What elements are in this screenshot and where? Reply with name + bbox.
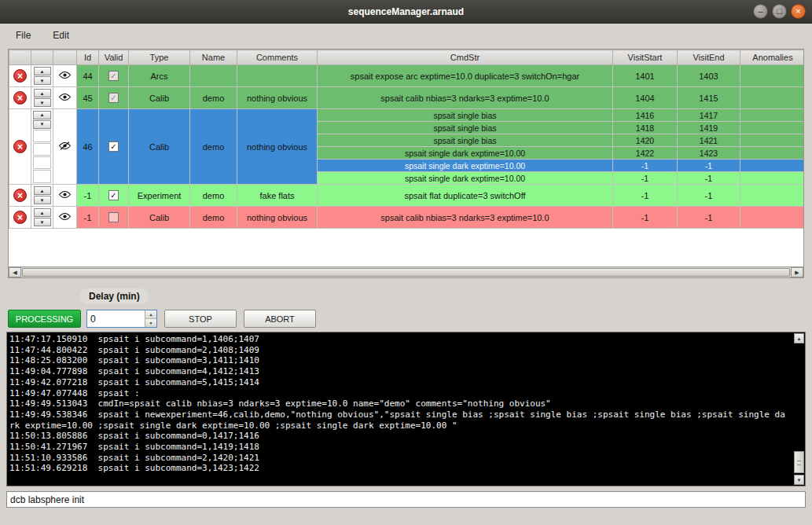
move-down-button[interactable]: ▼ (34, 76, 51, 85)
cell-anomalies (740, 147, 805, 160)
cell-visitend: 1417 (678, 109, 740, 122)
cell-name (190, 65, 237, 87)
cell-name: demo (190, 185, 237, 207)
cell-anomalies (740, 122, 805, 134)
cell-visitstart: 1420 (613, 134, 678, 147)
up-arrow-icon: ▲ (149, 312, 153, 317)
cell-cmdstr: spsait single dark exptime=10.00 (318, 160, 613, 172)
cell-visitend: 1423 (678, 147, 740, 160)
processing-button[interactable]: PROCESSING (8, 310, 81, 328)
delete-icon: × (17, 72, 23, 81)
move-down-button[interactable]: ▼ (33, 120, 51, 129)
cell-cmdstr: spsait single bias (318, 134, 613, 147)
cell-cmdstr: spsait expose arc exptime=10.0 duplicate… (318, 65, 613, 87)
horizontal-scrollbar[interactable]: ◀ ▶ (9, 266, 803, 277)
delete-row-button[interactable]: × (13, 91, 27, 105)
spin-down-button[interactable]: ▼ (145, 319, 156, 327)
cell-cmdstr: spsait single dark exptime=10.00 (318, 147, 613, 160)
move-up-button[interactable]: ▲ (34, 208, 51, 217)
down-arrow-icon: ▼ (40, 220, 45, 225)
move-up-button[interactable]: ▲ (34, 67, 51, 75)
delete-row-button[interactable]: × (13, 211, 27, 224)
cell-visitstart: 1418 (613, 122, 678, 134)
cell-cmdstr: spsait single dark exptime=10.00 (318, 172, 613, 185)
horizontal-scrollbar-thumb[interactable] (22, 268, 790, 277)
move-down-button[interactable]: ▼ (34, 218, 51, 226)
scroll-right-button[interactable]: ▶ (791, 267, 803, 277)
console-scrollbar[interactable]: ▲ ▼ (793, 333, 804, 485)
move-up-button[interactable]: ▲ (34, 89, 51, 97)
up-arrow-icon: ▲ (40, 112, 45, 117)
delete-row-button[interactable]: × (13, 69, 27, 83)
delay-spin-buttons: ▲ ▼ (145, 310, 156, 327)
valid-checkbox[interactable]: ✓ (108, 141, 119, 152)
header-visitend: VisitEnd (678, 50, 740, 65)
valid-checkbox[interactable]: ✓ (108, 212, 119, 222)
cell-visitstart: 1416 (613, 109, 678, 122)
scroll-left-button[interactable]: ◀ (9, 267, 21, 277)
eye-slash-icon[interactable] (58, 141, 72, 150)
cell-visitend: -1 (678, 160, 740, 172)
delete-row-button[interactable]: × (13, 189, 27, 202)
minimize-button[interactable]: – (753, 4, 768, 19)
close-button[interactable]: × (791, 4, 806, 19)
cell-id: 44 (77, 65, 99, 87)
eye-icon[interactable] (58, 93, 72, 101)
log-line: 11:49:49.513043 cmdIn=spsait calib nbias… (9, 398, 789, 409)
header-id: Id (77, 50, 99, 65)
valid-checkbox[interactable]: ✓ (108, 190, 119, 200)
check-icon: ✓ (110, 143, 116, 151)
window-controls: – □ × (753, 4, 806, 19)
log-line: 11:47:44.800422 spsait i subcommand=2,14… (9, 345, 789, 356)
move-down-button[interactable]: ▼ (34, 196, 51, 204)
cell-comments: nothing obvious (237, 109, 318, 185)
abort-button[interactable]: ABORT (244, 310, 316, 328)
cell-visitstart: -1 (613, 172, 678, 185)
cell-cmdstr: spsait calib nbias=3 ndarks=3 exptime=10… (318, 207, 613, 229)
cell-type: Calib (129, 207, 190, 229)
cell-comments: nothing obvious (237, 207, 318, 229)
delay-input[interactable] (87, 310, 145, 327)
up-arrow-icon: ▲ (40, 211, 45, 215)
table-header-row: Id Valid Type Name Comments CmdStr Visit… (9, 50, 805, 65)
console-scroll-down-button[interactable]: ▼ (794, 475, 804, 485)
check-icon: ✓ (110, 94, 116, 102)
console-scrollbar-thumb[interactable] (794, 451, 804, 473)
log-line: 11:49:04.777898 spsait i subcommand=4,14… (9, 366, 789, 377)
console-scroll-up-button[interactable]: ▲ (794, 333, 804, 343)
eye-icon[interactable] (58, 71, 72, 79)
cell-visitend: 1403 (678, 65, 740, 87)
header-valid: Valid (99, 50, 129, 65)
eye-icon[interactable] (58, 190, 72, 199)
log-line: 11:50:41.271967 spsait i subcommand=1,14… (9, 442, 789, 453)
menu-file[interactable]: File (16, 30, 31, 41)
stop-button[interactable]: STOP (164, 310, 237, 328)
cell-anomalies (740, 109, 805, 122)
log-line: 11:47:17.150910 spsait i subcommand=1,14… (9, 334, 789, 345)
right-arrow-icon: ▶ (795, 270, 799, 276)
menu-edit[interactable]: Edit (53, 30, 69, 41)
eye-icon[interactable] (58, 212, 72, 221)
empty-slot (33, 156, 51, 169)
cell-type: Calib (129, 87, 190, 109)
move-up-button[interactable]: ▲ (33, 111, 51, 119)
cell-anomalies (740, 185, 805, 207)
log-line: 11:49:47.077448 spsait : (9, 388, 789, 399)
down-arrow-icon: ▼ (40, 101, 45, 105)
cell-visitstart: 1404 (613, 87, 678, 109)
maximize-button[interactable]: □ (772, 4, 787, 19)
cell-type: Experiment (129, 185, 190, 207)
cell-visitend: 1419 (678, 122, 740, 134)
log-line: 11:48:25.083200 spsait i subcommand=3,14… (9, 355, 789, 366)
cell-type: Calib (129, 109, 190, 185)
move-down-button[interactable]: ▼ (34, 98, 51, 107)
delete-icon: × (17, 213, 23, 222)
delete-row-button[interactable]: × (13, 140, 27, 153)
command-input[interactable] (6, 491, 806, 508)
move-up-button[interactable]: ▲ (34, 186, 51, 195)
cell-visitstart: -1 (613, 160, 678, 172)
empty-slot (33, 170, 51, 182)
cell-anomalies (740, 65, 805, 87)
down-arrow-icon: ▼ (40, 198, 45, 203)
spin-up-button[interactable]: ▲ (145, 310, 156, 319)
